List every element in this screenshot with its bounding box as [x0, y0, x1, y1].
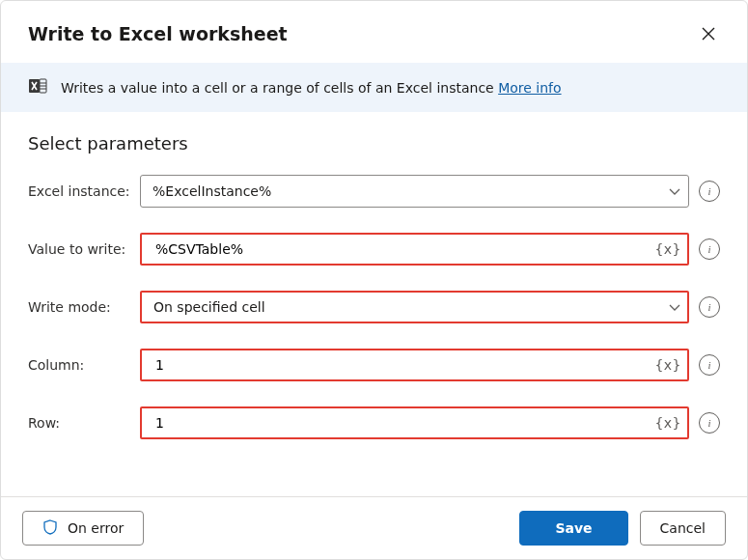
dialog-header: Write to Excel worksheet — [1, 1, 747, 63]
field-wrap-excel-instance: %ExcelInstance% — [140, 175, 689, 208]
value-to-write-input-wrap — [140, 233, 689, 266]
save-label: Save — [555, 520, 592, 536]
close-icon — [702, 27, 715, 41]
more-info-link[interactable]: More info — [498, 80, 561, 96]
row-input-wrap — [140, 406, 689, 439]
excel-instance-value: %ExcelInstance% — [152, 183, 271, 199]
row-input[interactable] — [153, 408, 652, 437]
write-mode-select[interactable]: On specified cell — [140, 291, 689, 323]
banner-text: Writes a value into a cell or a range of… — [61, 80, 498, 96]
row-excel-instance: Excel instance: %ExcelInstance% i — [28, 175, 720, 208]
dialog-content: Select parameters Excel instance: %Excel… — [1, 112, 747, 496]
cancel-button[interactable]: Cancel — [640, 511, 726, 546]
shield-icon — [42, 519, 58, 538]
variable-picker-button[interactable]: {x} — [654, 415, 681, 431]
excel-instance-select[interactable]: %ExcelInstance% — [140, 175, 689, 208]
row-column: Column: {x} i — [28, 349, 720, 381]
write-mode-value: On specified cell — [153, 299, 265, 315]
section-heading: Select parameters — [28, 133, 720, 154]
on-error-button[interactable]: On error — [22, 511, 144, 546]
dialog-footer: On error Save Cancel — [1, 496, 747, 559]
info-icon[interactable]: i — [699, 296, 720, 318]
banner-text-wrap: Writes a value into a cell or a range of… — [61, 80, 562, 96]
label-column: Column: — [28, 357, 130, 373]
info-icon[interactable]: i — [699, 181, 720, 202]
field-wrap-write-mode: On specified cell — [140, 291, 689, 323]
info-banner: Writes a value into a cell or a range of… — [1, 63, 747, 112]
row-value-to-write: Value to write: {x} i — [28, 233, 720, 266]
variable-picker-button[interactable]: {x} — [654, 357, 681, 373]
field-wrap-value-to-write: {x} — [140, 233, 689, 266]
column-input[interactable] — [153, 350, 652, 379]
column-input-wrap — [140, 349, 689, 381]
excel-icon — [28, 76, 47, 98]
label-excel-instance: Excel instance: — [28, 183, 130, 199]
field-wrap-column: {x} — [140, 349, 689, 381]
cancel-label: Cancel — [660, 520, 706, 536]
save-button[interactable]: Save — [519, 511, 627, 546]
label-value-to-write: Value to write: — [28, 241, 130, 257]
close-button[interactable] — [693, 18, 724, 49]
write-to-excel-dialog: Write to Excel worksheet Writes a value … — [0, 0, 748, 560]
row-row: Row: {x} i — [28, 406, 720, 439]
label-row: Row: — [28, 415, 130, 431]
info-icon[interactable]: i — [699, 412, 720, 434]
row-write-mode: Write mode: On specified cell i — [28, 291, 720, 323]
field-wrap-row: {x} — [140, 406, 689, 439]
label-write-mode: Write mode: — [28, 299, 130, 315]
variable-picker-button[interactable]: {x} — [654, 241, 681, 257]
info-icon[interactable]: i — [699, 354, 720, 376]
on-error-label: On error — [68, 520, 124, 536]
info-icon[interactable]: i — [699, 238, 720, 260]
dialog-title: Write to Excel worksheet — [28, 23, 288, 44]
value-to-write-input[interactable] — [153, 235, 652, 264]
